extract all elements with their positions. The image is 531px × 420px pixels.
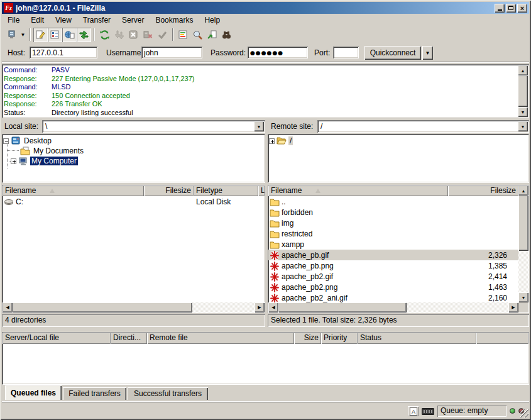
file-row[interactable]: .. (268, 196, 518, 207)
file-row[interactable]: forbidden (268, 207, 518, 218)
scroll-left-icon[interactable]: ◀ (268, 302, 278, 312)
directory-comparison-button[interactable] (176, 28, 190, 42)
quickconnect-button[interactable]: Quickconnect (364, 46, 421, 60)
find-files-button[interactable] (205, 28, 219, 42)
disconnect-button[interactable] (141, 28, 155, 42)
tab-queued-files[interactable]: Queued files (5, 385, 62, 400)
column-header-remote-file[interactable]: Remote file (147, 333, 294, 344)
port-input[interactable] (333, 47, 359, 58)
remote-vscrollbar[interactable]: ▲ ▼ (518, 185, 528, 302)
menu-help[interactable]: Help (199, 14, 226, 26)
remote-hscrollbar[interactable]: ◀ ▶ (268, 302, 518, 312)
menu-file[interactable]: File (2, 14, 25, 26)
scroll-up-icon[interactable]: ▲ (518, 65, 528, 75)
site-manager-button[interactable] (4, 28, 19, 42)
transfer-type-icon[interactable]: A (408, 406, 419, 416)
file-row[interactable]: xampp (268, 239, 518, 250)
remote-site-combobox[interactable]: / ▼ (317, 120, 529, 133)
local-site-combobox[interactable]: \ ▼ (42, 120, 265, 133)
local-hscroll-thumb[interactable] (13, 302, 192, 312)
menu-bookmarks[interactable]: Bookmarks (150, 14, 199, 26)
log-line: Status:Directory listing successful (4, 109, 517, 117)
column-header-lastmodified[interactable]: L (258, 185, 265, 196)
file-row[interactable]: restricted (268, 228, 518, 239)
column-header-server-local-file[interactable]: Server/Local file (3, 333, 111, 344)
minimize-button[interactable] (495, 4, 505, 13)
scroll-right-icon[interactable]: ▶ (255, 302, 265, 312)
column-header-filetype[interactable]: Filetype (194, 185, 258, 196)
local-list-header: Filename Filesize Filetype L (3, 185, 265, 196)
horizontal-splitter[interactable] (2, 327, 529, 332)
remote-hscroll-thumb[interactable] (278, 302, 407, 312)
expand-icon[interactable] (11, 158, 16, 164)
toggle-message-log-button[interactable] (33, 28, 48, 42)
column-header-size[interactable]: Size (294, 333, 321, 344)
column-header-filesize[interactable]: Filesize (448, 185, 518, 196)
log-scrollbar[interactable]: ▲ ▼ (518, 65, 528, 117)
toggle-remote-tree-button[interactable] (62, 28, 77, 42)
scroll-left-icon[interactable]: ◀ (3, 302, 13, 312)
menu-edit[interactable]: Edit (25, 14, 50, 26)
file-row-c-drive[interactable]: C: Local Disk (3, 196, 265, 207)
scroll-right-icon[interactable]: ▶ (508, 302, 518, 312)
tree-item-root[interactable]: / (269, 136, 293, 146)
column-header-filesize[interactable]: Filesize (144, 185, 194, 196)
toggle-transfer-queue-button[interactable] (77, 28, 91, 42)
title-bar[interactable]: Fz john@127.0.0.1 - FileZilla × (2, 2, 529, 14)
file-name: apache_pb.gif (282, 251, 329, 260)
menu-transfer[interactable]: Transfer (77, 14, 116, 26)
tab-failed-transfers[interactable]: Failed transfers (63, 387, 126, 400)
expand-icon[interactable] (269, 138, 275, 144)
column-header-priority[interactable]: Priority (321, 333, 358, 344)
close-button[interactable]: × (517, 4, 527, 13)
refresh-button[interactable] (97, 28, 112, 42)
vertical-splitter[interactable] (265, 120, 268, 328)
local-site-dropdown-icon[interactable]: ▼ (254, 121, 264, 131)
indicator-badge-icon[interactable] (422, 408, 434, 415)
binoculars-icon (221, 30, 232, 40)
host-label: Host: (8, 48, 25, 57)
tree-item-my-documents[interactable]: My Documents (18, 146, 85, 156)
local-hscrollbar[interactable]: ◀ ▶ (3, 302, 265, 312)
synchronized-browsing-button[interactable] (190, 28, 205, 42)
maximize-button[interactable] (506, 4, 516, 13)
filter-button[interactable] (219, 28, 234, 42)
column-header-status[interactable]: Status (358, 333, 476, 344)
file-row[interactable]: img (268, 218, 518, 228)
column-header-filename[interactable]: Filename (268, 185, 448, 196)
menu-server[interactable]: Server (116, 14, 150, 26)
file-row[interactable]: apache_pb2.gif 2,414 (268, 271, 518, 282)
scroll-up-icon[interactable]: ▲ (518, 185, 528, 196)
scroll-down-icon[interactable]: ▼ (518, 292, 528, 302)
site-manager-dropdown[interactable]: ▼ (19, 28, 27, 42)
file-name: C: (16, 197, 23, 206)
file-row-selected[interactable]: apache_pb.gif 2,326 (268, 250, 518, 260)
abort-button[interactable] (155, 28, 170, 42)
host-input[interactable] (30, 47, 97, 58)
password-input[interactable] (248, 47, 308, 58)
column-header-empty[interactable] (476, 333, 528, 344)
column-header-filename[interactable]: Filename (3, 185, 144, 196)
cancel-operation-button[interactable] (126, 28, 141, 42)
log-scroll-thumb[interactable] (518, 75, 528, 107)
menu-view[interactable]: View (50, 14, 77, 26)
file-row[interactable]: apache_pb.png 1,385 (268, 260, 518, 271)
resize-grip[interactable] (520, 409, 528, 417)
queue-header: Server/Local file Directi... Remote file… (3, 333, 528, 344)
file-row[interactable]: apache_pb2_ani.gif 2,160 (268, 292, 518, 303)
tree-item-desktop[interactable]: Desktop (3, 136, 53, 146)
collapse-icon[interactable] (3, 138, 9, 144)
file-row[interactable]: apache_pb2.png 1,463 (268, 282, 518, 292)
toggle-local-tree-button[interactable] (48, 28, 62, 42)
scroll-down-icon[interactable]: ▼ (518, 107, 528, 117)
quickconnect-dropdown[interactable]: ▼ (422, 46, 433, 60)
tree-item-label: / (288, 136, 293, 145)
remote-site-dropdown-icon[interactable]: ▼ (518, 121, 528, 131)
process-queue-button[interactable] (112, 28, 126, 42)
window-title: john@127.0.0.1 - FileZilla (16, 4, 493, 13)
column-header-direction[interactable]: Directi... (111, 333, 147, 344)
remote-vscroll-thumb[interactable] (518, 196, 528, 251)
tree-item-my-computer[interactable]: My Computer (11, 156, 78, 166)
tab-successful-transfers[interactable]: Successful transfers (128, 387, 208, 400)
username-input[interactable] (141, 47, 202, 58)
